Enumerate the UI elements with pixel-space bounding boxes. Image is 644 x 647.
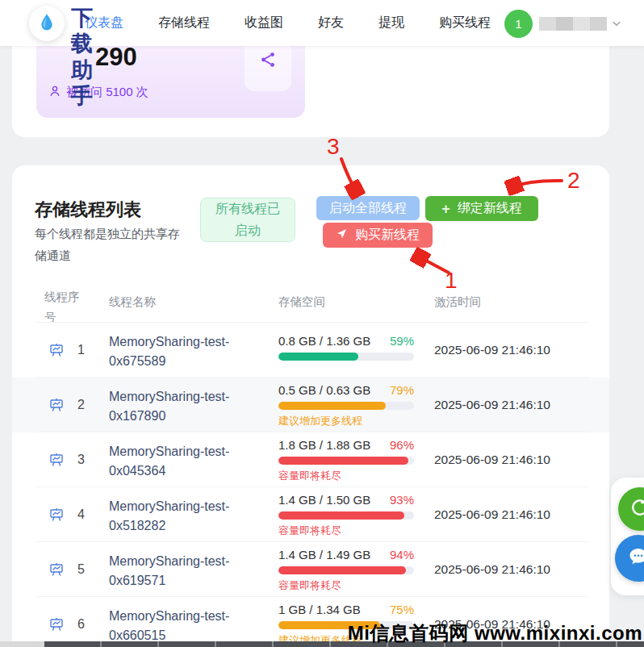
start-all-label: 启动全部线程 bbox=[329, 200, 407, 217]
thread-board-icon bbox=[48, 342, 65, 361]
storage-note: 容量即将耗尽 bbox=[278, 578, 414, 593]
thread-board-icon bbox=[48, 616, 65, 636]
mosaic-block bbox=[590, 17, 607, 31]
thread-name: MemorySharing-test-0x619571 bbox=[109, 552, 270, 591]
plus-icon: + bbox=[441, 202, 450, 216]
storage-note: 容量即将耗尽 bbox=[278, 524, 414, 538]
storage-percent: 96% bbox=[390, 438, 414, 452]
storage-progress-fill bbox=[278, 511, 404, 520]
start-all-threads-button[interactable]: 启动全部线程 bbox=[316, 196, 420, 220]
storage-progressbar bbox=[278, 353, 414, 361]
thread-seq: 6 bbox=[77, 617, 85, 632]
panel-subtitle: 每个线程都是独立的共享存储通道 bbox=[35, 223, 190, 266]
table-row: 4 MemorySharing-test-0x518282 1.4 GB / 1… bbox=[12, 487, 609, 542]
app-logo[interactable] bbox=[29, 6, 65, 41]
visits-count: 290 bbox=[95, 43, 137, 72]
storage-usage: 1.8 GB / 1.88 GB bbox=[278, 438, 370, 452]
storage-progressbar bbox=[278, 511, 414, 520]
storage-note: 容量即将耗尽 bbox=[278, 469, 414, 483]
annotation-label-3: 3 bbox=[327, 134, 340, 159]
col-storage-space: 存储空间 bbox=[278, 294, 325, 310]
nav-item-6[interactable]: 购买线程 bbox=[439, 15, 491, 31]
nav-item-5[interactable]: 提现 bbox=[378, 15, 404, 31]
bind-new-label: 绑定新线程 bbox=[458, 200, 522, 217]
storage-percent: 94% bbox=[390, 548, 414, 561]
thread-name: MemorySharing-test-0x045364 bbox=[109, 442, 270, 481]
storage-progress-fill bbox=[278, 353, 358, 361]
storage-cell: 1.4 GB / 1.50 GB 93% 容量即将耗尽 bbox=[278, 493, 414, 538]
thread-seq: 4 bbox=[77, 507, 85, 522]
table-header: 线程序号 线程名称 存储空间 激活时间 bbox=[12, 281, 609, 323]
buy-new-label: 购买新线程 bbox=[355, 227, 420, 244]
thread-board-icon bbox=[48, 507, 65, 526]
chevron-down-icon[interactable] bbox=[611, 18, 622, 32]
avatar[interactable]: 1 bbox=[504, 10, 533, 38]
storage-progressbar bbox=[278, 566, 414, 574]
nav-item-2[interactable]: 存储线程 bbox=[158, 15, 210, 31]
username-redacted[interactable] bbox=[539, 17, 607, 31]
bind-new-thread-button[interactable]: + 绑定新线程 bbox=[425, 196, 538, 221]
table-row: 2 MemorySharing-test-0x167890 0.5 GB / 0… bbox=[12, 378, 609, 432]
avatar-badge: 1 bbox=[515, 17, 521, 31]
watermark: Mi信息首码网 www.mixinxi.com bbox=[348, 620, 642, 646]
storage-progressbar bbox=[278, 402, 414, 410]
stats-section: 290 被访问 5100 次 bbox=[12, 46, 609, 137]
mosaic-block bbox=[573, 17, 590, 31]
col-thread-seq: 线程序号 bbox=[44, 287, 88, 327]
status-badge: 所有线程已启动 bbox=[200, 198, 295, 242]
thread-name: MemorySharing-test-0x167890 bbox=[109, 387, 270, 426]
table-row: 1 MemorySharing-test-0x675589 0.8 GB / 1… bbox=[12, 323, 609, 378]
brand-vertical-text: 下载助手 bbox=[71, 5, 98, 110]
thread-list-panel: 存储线程列表 每个线程都是独立的共享存储通道 所有线程已启动 启动全部线程 + … bbox=[12, 165, 609, 647]
nav-item-4[interactable]: 好友 bbox=[318, 15, 344, 31]
storage-usage: 0.8 GB / 1.36 GB bbox=[278, 334, 370, 348]
table-row: 5 MemorySharing-test-0x619571 1.4 GB / 1… bbox=[12, 542, 609, 597]
storage-progress-fill bbox=[278, 566, 406, 574]
thread-name: MemorySharing-test-0x518282 bbox=[109, 497, 270, 536]
storage-percent: 79% bbox=[390, 383, 414, 397]
paper-plane-icon bbox=[336, 227, 348, 243]
col-thread-name: 线程名称 bbox=[109, 294, 156, 310]
nav-items: 仪表盘存储线程收益图好友提现购买线程 bbox=[85, 0, 491, 46]
storage-percent: 59% bbox=[390, 334, 414, 348]
share-icon bbox=[259, 51, 277, 72]
chat-bubble-icon bbox=[627, 545, 644, 571]
activation-time: 2025-06-09 21:46:10 bbox=[434, 398, 550, 412]
mosaic-block bbox=[539, 17, 556, 31]
storage-cell: 1.8 GB / 1.88 GB 96% 容量即将耗尽 bbox=[278, 438, 414, 483]
mosaic-block bbox=[556, 17, 573, 31]
storage-progressbar bbox=[278, 457, 414, 465]
storage-usage: 1.4 GB / 1.50 GB bbox=[278, 493, 370, 507]
storage-progress-fill bbox=[278, 457, 408, 465]
thread-board-icon bbox=[48, 452, 65, 471]
thread-seq: 2 bbox=[77, 398, 85, 412]
thread-name: MemorySharing-test-0x660515 bbox=[109, 607, 270, 645]
refresh-icon bbox=[629, 497, 644, 521]
activation-time: 2025-06-09 21:46:10 bbox=[434, 453, 550, 467]
buy-new-thread-button[interactable]: 购买新线程 bbox=[323, 223, 433, 248]
storage-cell: 0.5 GB / 0.63 GB 79% 建议增加更多线程 bbox=[278, 383, 414, 428]
activation-time: 2025-06-09 21:46:10 bbox=[434, 562, 550, 577]
storage-usage: 0.5 GB / 0.63 GB bbox=[278, 383, 370, 397]
storage-percent: 75% bbox=[390, 603, 414, 616]
person-icon bbox=[48, 85, 61, 100]
table-rows: 1 MemorySharing-test-0x675589 0.8 GB / 1… bbox=[12, 323, 609, 647]
storage-percent: 93% bbox=[390, 493, 414, 507]
thread-seq: 5 bbox=[77, 562, 85, 577]
storage-cell: 0.8 GB / 1.36 GB 59% bbox=[278, 334, 414, 361]
panel-title: 存储线程列表 bbox=[35, 198, 141, 222]
share-button[interactable] bbox=[245, 40, 291, 91]
water-drop-icon bbox=[39, 12, 55, 35]
storage-usage: 1 GB / 1.34 GB bbox=[278, 603, 361, 616]
thread-seq: 1 bbox=[77, 343, 85, 357]
thread-board-icon bbox=[48, 561, 65, 581]
thread-seq: 3 bbox=[77, 453, 85, 467]
activation-time: 2025-06-09 21:46:10 bbox=[434, 343, 550, 357]
storage-usage: 1.4 GB / 1.49 GB bbox=[278, 548, 370, 561]
nav-item-3[interactable]: 收益图 bbox=[245, 15, 283, 31]
table-row: 3 MemorySharing-test-0x045364 1.8 GB / 1… bbox=[12, 432, 609, 487]
thread-name: MemorySharing-test-0x675589 bbox=[109, 332, 270, 371]
col-activation-time: 激活时间 bbox=[434, 294, 481, 310]
storage-note: 建议增加更多线程 bbox=[278, 414, 414, 428]
thread-board-icon bbox=[48, 397, 65, 416]
